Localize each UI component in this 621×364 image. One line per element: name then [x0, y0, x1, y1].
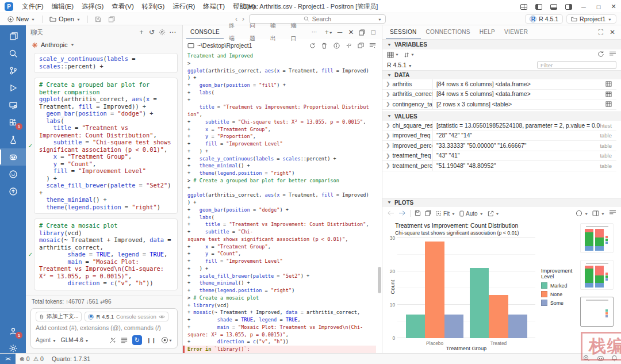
- code-card[interactable]: # Create a grouped bar plot for better c…: [34, 78, 178, 214]
- testing-activity-button[interactable]: [0, 131, 26, 148]
- refresh-icon[interactable]: [597, 51, 604, 59]
- close-panel-icon[interactable]: ✕: [346, 27, 356, 37]
- chevron-right-icon[interactable]: ❯: [386, 122, 390, 128]
- variable-row-arthritis_correct[interactable]: ❯arthritis_correct[84 rows x 5 columns] …: [382, 90, 616, 100]
- toggle-primary-sidebar-icon[interactable]: [531, 0, 546, 13]
- project-button[interactable]: Rproject1▼: [566, 14, 616, 24]
- plot-export-icon[interactable]: ▼: [488, 210, 500, 217]
- pause-icon[interactable]: ❙❙: [147, 338, 156, 343]
- auto-run-toggle[interactable]: ↻: [132, 335, 142, 345]
- accounts-button[interactable]: 1: [0, 323, 26, 340]
- menu-item-1[interactable]: 编辑(E): [48, 0, 78, 13]
- restore-panel-icon[interactable]: [357, 27, 367, 37]
- session-tab-0[interactable]: SESSION: [386, 26, 421, 39]
- variable-row-improved_freq[interactable]: ❯improved_freq"28" "42" "14"table: [382, 131, 616, 141]
- chevron-right-icon[interactable]: ❯: [386, 143, 390, 148]
- agent-mode-select[interactable]: Agent ▼: [36, 337, 56, 343]
- open-in-data-viewer-icon[interactable]: [605, 91, 616, 97]
- code-card[interactable]: # Create a mosaic plotlibrary(vcd)mosaic…: [34, 219, 178, 290]
- explorer-activity-button[interactable]: [0, 28, 26, 45]
- plots-list-icon[interactable]: [609, 210, 616, 217]
- minimize-panel-icon[interactable]: ─: [335, 27, 344, 37]
- plot-layout-select[interactable]: ▼: [592, 210, 605, 216]
- group-by-icon[interactable]: ▼: [387, 52, 399, 58]
- session-tab-3[interactable]: VIEWER: [500, 26, 532, 39]
- menu-item-5[interactable]: 运行(R): [168, 0, 199, 13]
- extensions-activity-button[interactable]: 1: [0, 114, 26, 131]
- variables-list-icon[interactable]: [609, 51, 616, 59]
- chevron-right-icon[interactable]: ❯: [386, 81, 390, 87]
- variable-row-chi_square_result[interactable]: ❯chi_square_result[statistic = 13.055019…: [382, 121, 616, 131]
- variable-row-improved_percent[interactable]: ❯improved_percent"33.33333" "50.00000" "…: [382, 141, 616, 151]
- interrupt-icon[interactable]: [344, 43, 353, 49]
- plot-back-icon[interactable]: [387, 210, 394, 217]
- variable-row-treatment_freq[interactable]: ❯treatment_freq"43" "41"table: [382, 151, 616, 162]
- chat-history-icon[interactable]: ↺: [147, 27, 157, 37]
- console-output[interactable]: Treatment and Improved>ggplot(arthritis_…: [183, 52, 382, 353]
- new-button[interactable]: New▼: [5, 14, 38, 24]
- open-in-data-viewer-icon[interactable]: [605, 81, 616, 87]
- plot-forward-icon[interactable]: [398, 210, 406, 217]
- panel-tabs-more-icon[interactable]: ⋯: [308, 26, 321, 39]
- save-all-button[interactable]: [105, 15, 118, 24]
- new-chat-icon[interactable]: +: [136, 27, 147, 37]
- menu-item-2[interactable]: 选择(S): [78, 0, 108, 13]
- console-scrollbar[interactable]: [378, 267, 381, 293]
- add-context-chip[interactable]: 添加上下文...: [36, 312, 82, 321]
- provider-selector[interactable]: Anthropic ▼: [26, 39, 182, 51]
- menu-item-0[interactable]: 文件(F): [18, 0, 48, 13]
- quarto-version[interactable]: Quarto: 1.7.31: [48, 355, 94, 362]
- move-console-icon[interactable]: [356, 43, 365, 48]
- chat-input-box[interactable]: 添加上下文... R R 4.5.1 Console session Add c…: [30, 308, 178, 348]
- maximize-button[interactable]: □: [591, 0, 606, 13]
- r-session-button[interactable]: R R 4.5.1: [525, 14, 563, 24]
- plots-section-header[interactable]: ▼PLOTS: [382, 198, 621, 207]
- plot-copy-icon[interactable]: [425, 210, 431, 217]
- chevron-right-icon[interactable]: ❯: [386, 101, 390, 107]
- open-in-data-viewer-icon[interactable]: [605, 101, 616, 107]
- run-debug-activity-button[interactable]: [0, 79, 26, 97]
- menu-item-6[interactable]: 终端(T): [199, 0, 229, 13]
- github-activity-button[interactable]: [0, 166, 26, 183]
- panel-tab-0[interactable]: CONSOLE: [186, 26, 224, 39]
- plot-save-icon[interactable]: [415, 210, 421, 217]
- code-card[interactable]: scale_y_continuous(labels =scales::perce…: [34, 53, 178, 73]
- tools-icon[interactable]: [109, 337, 116, 344]
- publish-activity-button[interactable]: [0, 183, 26, 200]
- close-button[interactable]: ✕: [606, 0, 621, 13]
- variable-row-arthritis[interactable]: ❯arthritis[84 rows x 6 columns] <data.fr…: [382, 79, 616, 90]
- chevron-right-icon[interactable]: ❯: [386, 163, 390, 168]
- restart-console-icon[interactable]: [308, 43, 317, 49]
- close-session-panel-icon[interactable]: ✕: [607, 27, 618, 37]
- info-icon[interactable]: [332, 43, 341, 49]
- session-tab-2[interactable]: HELP: [476, 26, 499, 39]
- filter-input[interactable]: [537, 61, 616, 69]
- menu-item-4[interactable]: 转到(G): [138, 0, 169, 13]
- toggle-panel-icon[interactable]: [546, 0, 561, 13]
- variable-row-treatment_percent[interactable]: ❯treatment_percent"51.19048" "48.80952"t…: [382, 161, 616, 171]
- plot-thumbnail-3-selected[interactable]: [580, 297, 614, 327]
- open-button[interactable]: Open▼: [47, 14, 83, 24]
- customize-layout-icon[interactable]: [516, 0, 531, 13]
- chevron-right-icon[interactable]: ❯: [386, 133, 390, 139]
- plot-thumbnail-1[interactable]: [580, 223, 614, 253]
- remote-explorer-activity-button[interactable]: [0, 97, 26, 114]
- chat-settings-icon[interactable]: [157, 27, 167, 37]
- plot-appearance-select[interactable]: ▼: [576, 210, 588, 217]
- runtime-selector[interactable]: R 4.5.1 ▼: [387, 62, 412, 68]
- maximize-panel-icon[interactable]: □: [369, 27, 378, 37]
- toggle-secondary-sidebar-icon[interactable]: [561, 0, 576, 13]
- chevron-right-icon[interactable]: ❯: [386, 153, 390, 159]
- values-section-header[interactable]: ▼VALUES: [382, 112, 621, 121]
- problems-status[interactable]: ⊗0 ⚠0: [16, 355, 48, 362]
- chat-more-icon[interactable]: ⋯: [167, 27, 178, 37]
- save-button[interactable]: [92, 15, 104, 24]
- queue-icon[interactable]: [121, 337, 128, 343]
- session-tab-1[interactable]: CONNECTIONS: [422, 26, 474, 39]
- new-console-icon[interactable]: + ▼: [324, 27, 334, 37]
- data-section-header[interactable]: ▼DATA: [382, 70, 621, 79]
- variables-section-header[interactable]: ▼VARIABLES: [382, 39, 621, 49]
- plot-fit-select[interactable]: Fit▼: [435, 210, 455, 217]
- remote-indicator[interactable]: ><: [0, 354, 16, 364]
- menu-item-3[interactable]: 查看(V): [108, 0, 137, 13]
